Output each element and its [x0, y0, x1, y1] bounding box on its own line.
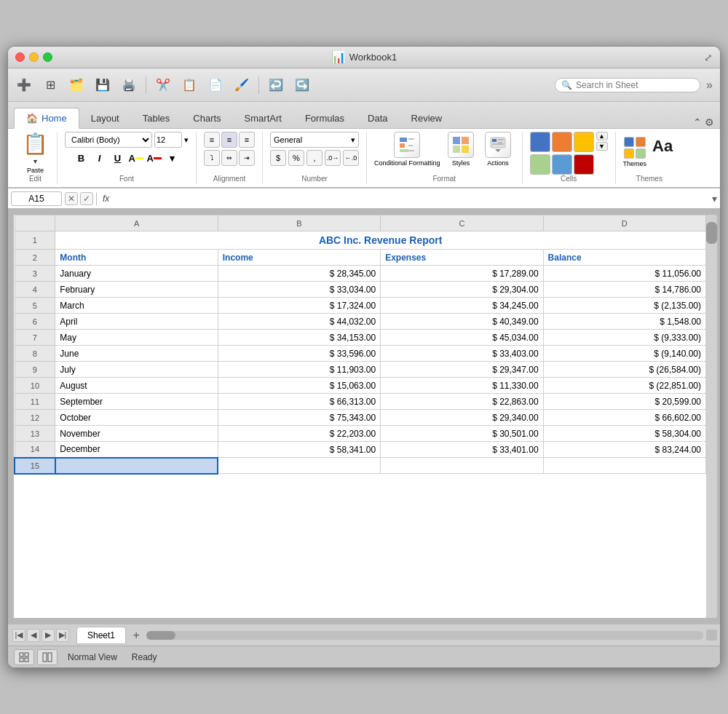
toolbar-more-button[interactable]: » — [703, 79, 716, 92]
highlight-button[interactable]: A — [128, 150, 144, 166]
grid-view-button[interactable]: ⊞ — [39, 74, 62, 97]
cell-d13[interactable]: $ 58,304.00 — [543, 426, 705, 442]
redo-button[interactable]: ↪️ — [290, 74, 314, 97]
underline-button[interactable]: U — [110, 150, 126, 166]
align-right-button[interactable]: ≡ — [239, 132, 255, 148]
cell-a15[interactable] — [55, 458, 218, 474]
cell-a10[interactable]: August — [55, 378, 218, 394]
undo-button[interactable]: ↩️ — [264, 74, 288, 97]
themes-aa-button[interactable]: Aa — [649, 137, 676, 167]
cancel-formula-button[interactable]: ✕ — [65, 192, 78, 205]
indent-button[interactable]: ⇥ — [239, 150, 255, 166]
cell-b7[interactable]: $ 34,153.00 — [218, 330, 380, 346]
font-color-button[interactable]: A — [146, 150, 162, 166]
sheet-tab-1[interactable]: Sheet1 — [76, 627, 126, 644]
cell-b5[interactable]: $ 17,324.00 — [218, 298, 380, 314]
cell-c4[interactable]: $ 29,304.00 — [381, 282, 543, 298]
row-header-11[interactable]: 11 — [15, 394, 55, 410]
row-header-3[interactable]: 3 — [15, 266, 55, 282]
confirm-formula-button[interactable]: ✓ — [80, 192, 93, 205]
cell-d9[interactable]: $ (26,584.00) — [543, 362, 705, 378]
maximize-button[interactable] — [43, 52, 52, 62]
percent-button[interactable]: % — [288, 150, 304, 166]
cell-b8[interactable]: $ 33,596.00 — [218, 346, 380, 362]
cell-b3[interactable]: $ 28,345.00 — [218, 266, 380, 282]
minimize-button[interactable] — [29, 52, 39, 62]
cell-c11[interactable]: $ 22,863.00 — [381, 394, 543, 410]
row-header-12[interactable]: 12 — [15, 410, 55, 426]
header-income[interactable]: Income — [218, 250, 380, 266]
cell-c10[interactable]: $ 11,330.00 — [381, 378, 543, 394]
formula-input[interactable] — [115, 194, 709, 204]
cell-b14[interactable]: $ 58,341.00 — [218, 442, 380, 458]
theme-swatch-orange[interactable] — [552, 132, 572, 152]
row-header-13[interactable]: 13 — [15, 426, 55, 442]
tab-data[interactable]: Data — [356, 108, 399, 128]
wrap-text-button[interactable]: ⤵ — [204, 150, 220, 166]
decrease-decimal-button[interactable]: ←.0 — [343, 150, 359, 166]
col-header-d[interactable]: D — [543, 215, 705, 231]
tab-review[interactable]: Review — [400, 108, 454, 128]
row-header-15[interactable]: 15 — [15, 458, 55, 474]
ribbon-collapse-button[interactable]: ⌃ — [693, 116, 702, 128]
cell-d6[interactable]: $ 1,548.00 — [543, 314, 705, 330]
styles-button[interactable]: Styles — [445, 132, 478, 167]
sheet-next-button[interactable]: ▶ — [41, 629, 55, 642]
tab-layout[interactable]: Layout — [79, 108, 131, 128]
cell-b9[interactable]: $ 11,903.00 — [218, 362, 380, 378]
cell-a4[interactable]: February — [55, 282, 218, 298]
theme-swatch-red[interactable] — [574, 154, 594, 175]
cell-b6[interactable]: $ 44,032.00 — [218, 314, 380, 330]
tab-charts[interactable]: Charts — [181, 108, 232, 128]
font-format-more[interactable]: ▾ — [165, 150, 181, 166]
row-header-4[interactable]: 4 — [15, 282, 55, 298]
corner-header[interactable] — [15, 215, 55, 231]
cell-d5[interactable]: $ (2,135.00) — [543, 298, 705, 314]
merge-center-button[interactable]: ⇔ — [221, 150, 237, 166]
row-header-9[interactable]: 9 — [15, 362, 55, 378]
row-header-2[interactable]: 2 — [15, 250, 55, 266]
cell-d8[interactable]: $ (9,140.00) — [543, 346, 705, 362]
themes-down-button[interactable]: ▼ — [596, 142, 608, 151]
new-button[interactable]: ➕ — [12, 74, 36, 97]
currency-button[interactable]: $ — [270, 150, 286, 166]
search-input[interactable] — [576, 80, 694, 90]
col-header-c[interactable]: C — [381, 215, 543, 231]
themes-button[interactable]: Themes — [623, 137, 647, 167]
tab-formulas[interactable]: Formulas — [293, 108, 356, 128]
resize-handle[interactable] — [706, 630, 717, 640]
cell-c13[interactable]: $ 30,501.00 — [381, 426, 543, 442]
vertical-scrollbar[interactable] — [706, 215, 717, 618]
number-format-select[interactable]: General ▾ — [270, 132, 359, 148]
cell-c6[interactable]: $ 40,349.00 — [381, 314, 543, 330]
col-header-a[interactable]: A — [55, 215, 218, 231]
cell-b13[interactable]: $ 22,203.00 — [218, 426, 380, 442]
row-header-10[interactable]: 10 — [15, 378, 55, 394]
formula-dropdown-button[interactable]: ▾ — [712, 193, 717, 205]
cell-a8[interactable]: June — [55, 346, 218, 362]
cut-button[interactable]: ✂️ — [151, 74, 175, 97]
cell-c9[interactable]: $ 29,347.00 — [381, 362, 543, 378]
cell-c8[interactable]: $ 33,403.00 — [381, 346, 543, 362]
ribbon-settings-button[interactable]: ⚙ — [705, 116, 714, 128]
add-sheet-button[interactable]: + — [129, 628, 143, 643]
copy-button[interactable]: 📋 — [178, 74, 201, 97]
cell-d4[interactable]: $ 14,786.00 — [543, 282, 705, 298]
theme-swatch-green[interactable] — [530, 154, 550, 175]
cell-a14[interactable]: December — [55, 442, 218, 458]
row-header-14[interactable]: 14 — [15, 442, 55, 458]
cell-d14[interactable]: $ 83,244.00 — [543, 442, 705, 458]
close-button[interactable] — [15, 52, 25, 62]
cell-c3[interactable]: $ 17,289.00 — [381, 266, 543, 282]
sheet-prev-button[interactable]: ◀ — [27, 629, 40, 642]
actions-button[interactable]: Actions — [482, 132, 515, 167]
bold-button[interactable]: B — [74, 150, 90, 166]
cell-a5[interactable]: March — [55, 298, 218, 314]
theme-swatch-yellow[interactable] — [574, 132, 594, 152]
tab-smartart[interactable]: SmartArt — [233, 108, 293, 128]
font-size-input[interactable] — [154, 132, 182, 148]
cell-a7[interactable]: May — [55, 330, 218, 346]
col-header-b[interactable]: B — [218, 215, 380, 231]
normal-view-button[interactable] — [14, 649, 34, 665]
header-balance[interactable]: Balance — [543, 250, 705, 266]
